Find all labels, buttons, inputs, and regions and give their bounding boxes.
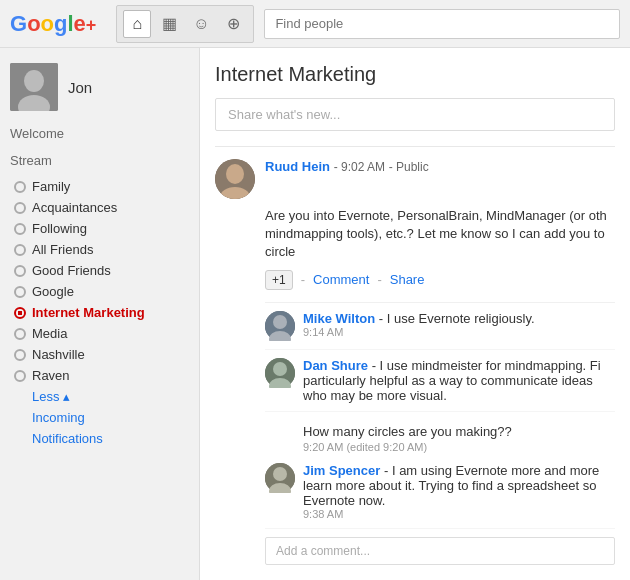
main-content: Internet Marketing Share what's new... R… — [200, 48, 630, 580]
comment-content-mike: Mike Wilton - I use Evernote religiously… — [303, 311, 615, 338]
profile-icon[interactable]: ☺ — [187, 10, 215, 38]
sidebar-item-family[interactable]: Family — [10, 176, 189, 197]
comment-content-jim: Jim Spencer - I am using Evernote more a… — [303, 463, 615, 520]
games-icon[interactable]: ⊕ — [219, 10, 247, 38]
sidebar-item-all-friends[interactable]: All Friends — [10, 239, 189, 260]
post-time: 9:02 AM — [341, 160, 385, 174]
share-link[interactable]: Share — [390, 272, 425, 287]
welcome-text: Welcome — [10, 126, 189, 141]
radio-media — [14, 328, 26, 340]
logo[interactable]: Google+ — [10, 11, 96, 37]
comment-author-dan[interactable]: Dan Shure — [303, 358, 368, 373]
user-name[interactable]: Jon — [68, 79, 92, 96]
svg-point-13 — [273, 467, 287, 481]
post-visibility: Public — [396, 160, 429, 174]
post-body: Are you into Evernote, PersonalBrain, Mi… — [265, 207, 615, 262]
radio-family — [14, 181, 26, 193]
sidebar-item-acquaintances[interactable]: Acquaintances — [10, 197, 189, 218]
sidebar-item-good-friends[interactable]: Good Friends — [10, 260, 189, 281]
comment-avatar-dan — [265, 358, 295, 388]
radio-good-friends — [14, 265, 26, 277]
radio-google — [14, 286, 26, 298]
comment-content-dan: Dan Shure - I use mindmeister for mindma… — [303, 358, 615, 403]
svg-point-10 — [273, 362, 287, 376]
sidebar-item-internet-marketing[interactable]: Internet Marketing — [10, 302, 189, 323]
sidebar-less[interactable]: Less ▴ — [10, 386, 189, 407]
plus-icon: +1 — [272, 273, 286, 287]
comment-sep-jim: - — [384, 463, 392, 478]
comment-note-text: How many circles are you making?? — [303, 424, 615, 439]
header: Google+ ⌂ ▦ ☺ ⊕ — [0, 0, 630, 48]
svg-point-4 — [226, 164, 244, 184]
sidebar: Jon Welcome Stream Family Acquaintances … — [0, 48, 200, 580]
svg-point-1 — [24, 70, 44, 92]
share-box[interactable]: Share what's new... — [215, 98, 615, 131]
comment-time-jim: 9:38 AM — [303, 508, 615, 520]
photos-icon[interactable]: ▦ — [155, 10, 183, 38]
post-container: Ruud Hein - 9:02 AM - Public Are you int… — [215, 146, 615, 565]
radio-all-friends — [14, 244, 26, 256]
post-actions: +1 - Comment - Share — [265, 270, 615, 290]
radio-acquaintances — [14, 202, 26, 214]
svg-point-7 — [273, 315, 287, 329]
radio-internet-marketing — [14, 307, 26, 319]
comment-sep-dan: - — [372, 358, 380, 373]
comment-jim: Jim Spencer - I am using Evernote more a… — [265, 455, 615, 529]
plus-button[interactable]: +1 — [265, 270, 293, 290]
find-people-input[interactable] — [264, 9, 620, 39]
comment-note: How many circles are you making?? 9:20 A… — [265, 412, 615, 455]
post-header: Ruud Hein - 9:02 AM - Public — [215, 159, 615, 199]
comment-avatar-mike — [265, 311, 295, 341]
page-title: Internet Marketing — [215, 63, 615, 86]
post-author-avatar — [215, 159, 255, 199]
layout: Jon Welcome Stream Family Acquaintances … — [0, 48, 630, 580]
user-info: Jon — [10, 63, 189, 111]
sidebar-notifications[interactable]: Notifications — [10, 428, 189, 449]
comment-author-jim[interactable]: Jim Spencer — [303, 463, 380, 478]
comments-section: Mike Wilton - I use Evernote religiously… — [265, 302, 615, 565]
comment-note-time: 9:20 AM (edited 9:20 AM) — [303, 441, 615, 453]
radio-following — [14, 223, 26, 235]
sidebar-item-google[interactable]: Google — [10, 281, 189, 302]
comment-avatar-jim — [265, 463, 295, 493]
comment-time-mike: 9:14 AM — [303, 326, 615, 338]
sidebar-item-nashville[interactable]: Nashville — [10, 344, 189, 365]
home-icon[interactable]: ⌂ — [123, 10, 151, 38]
post-meta: Ruud Hein - 9:02 AM - Public — [265, 159, 615, 174]
radio-nashville — [14, 349, 26, 361]
post-visibility-sep: - — [389, 160, 396, 174]
sidebar-item-following[interactable]: Following — [10, 218, 189, 239]
action-sep-2: - — [377, 272, 381, 287]
radio-raven — [14, 370, 26, 382]
comment-author-mike[interactable]: Mike Wilton — [303, 311, 375, 326]
sidebar-item-media[interactable]: Media — [10, 323, 189, 344]
comment-link[interactable]: Comment — [313, 272, 369, 287]
comment-text-mike: I use Evernote religiously. — [387, 311, 535, 326]
sidebar-items: Family Acquaintances Following All Frien… — [10, 176, 189, 386]
comment-sep-mike: - — [379, 311, 387, 326]
comment-dan: Dan Shure - I use mindmeister for mindma… — [265, 350, 615, 412]
post-separator: - — [334, 160, 341, 174]
sidebar-incoming[interactable]: Incoming — [10, 407, 189, 428]
sidebar-item-raven[interactable]: Raven — [10, 365, 189, 386]
post-author-name[interactable]: Ruud Hein — [265, 159, 330, 174]
add-comment-box[interactable]: Add a comment... — [265, 537, 615, 565]
stream-label: Stream — [10, 153, 189, 168]
comment-mike: Mike Wilton - I use Evernote religiously… — [265, 303, 615, 350]
avatar — [10, 63, 58, 111]
nav-icons: ⌂ ▦ ☺ ⊕ — [116, 5, 254, 43]
action-sep-1: - — [301, 272, 305, 287]
